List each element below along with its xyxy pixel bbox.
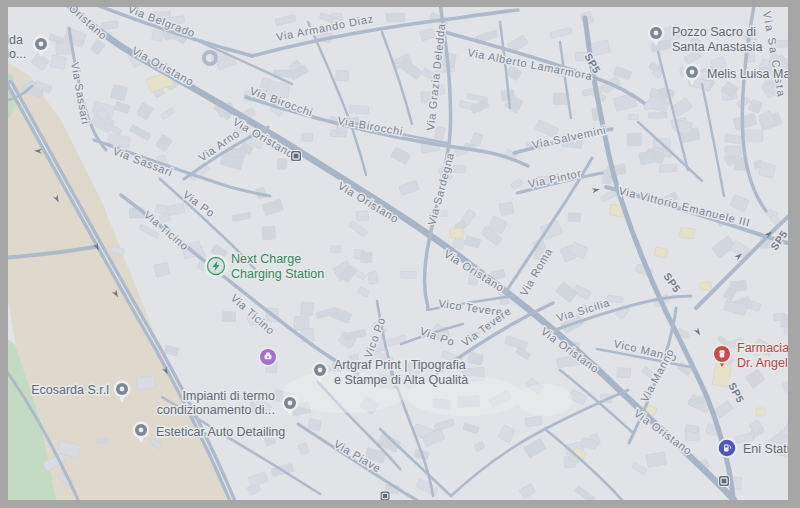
dim-overlay	[8, 7, 788, 500]
screenshot-root: { "frame": {"border_color": "#a6a6a6"}, …	[0, 0, 800, 508]
map-viewport[interactable]: Oristano Via Belgrado Via Sassari Via Or…	[8, 7, 788, 500]
map-canvas[interactable]: Oristano Via Belgrado Via Sassari Via Or…	[8, 7, 788, 500]
